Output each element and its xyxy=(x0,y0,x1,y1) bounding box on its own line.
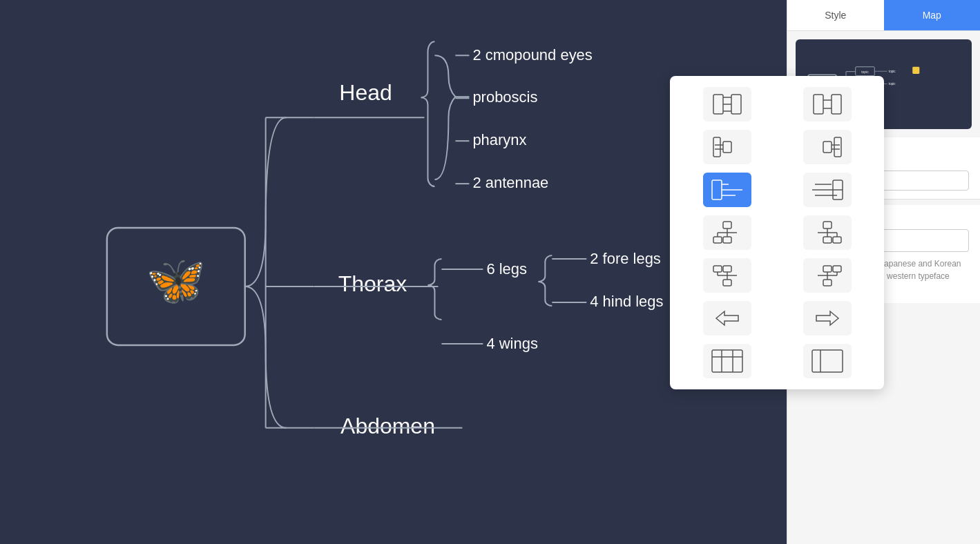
abdomen-label: Abdomen xyxy=(340,414,435,438)
layout-btn-tree-down-left[interactable] xyxy=(703,215,751,250)
mindmap-svg: 🦋 Head 2 cmopound eyes proboscis pharynx… xyxy=(0,0,787,544)
hind-legs-label: 4 hind legs xyxy=(590,293,663,310)
svg-rect-47 xyxy=(731,95,741,114)
wings-label: 4 wings xyxy=(486,335,538,352)
right-panel: Style Map Main Topic topic topic xyxy=(787,0,980,544)
layout-btn-branch-both-alt[interactable] xyxy=(803,87,852,122)
layout-btn-table[interactable] xyxy=(703,344,751,378)
svg-rect-56 xyxy=(823,142,832,153)
layout-btn-arrow-right[interactable] xyxy=(803,301,852,336)
svg-rect-74 xyxy=(723,237,731,243)
svg-rect-43 xyxy=(713,95,723,114)
svg-rect-73 xyxy=(713,237,722,243)
svg-rect-83 xyxy=(723,266,731,272)
svg-rect-48 xyxy=(814,95,823,114)
svg-text:🦋: 🦋 xyxy=(146,252,206,309)
fore-legs-label: 2 fore legs xyxy=(590,250,661,267)
layout-btn-list-right-compact[interactable] xyxy=(803,173,852,207)
head-label: Head xyxy=(339,80,392,105)
layout-btn-arrow-left[interactable] xyxy=(703,301,751,336)
layout-btn-tree-up-right[interactable] xyxy=(803,258,852,293)
svg-rect-80 xyxy=(823,237,832,243)
layout-btn-list-left-expand[interactable] xyxy=(703,173,751,207)
layout-btn-tree-down-right[interactable] xyxy=(803,215,852,250)
proboscis-label: proboscis xyxy=(472,88,537,106)
svg-rect-52 xyxy=(723,142,731,153)
panel-tabs: Style Map xyxy=(787,0,980,31)
layout-btn-sidebar-layout[interactable] xyxy=(803,344,852,378)
svg-rect-60 xyxy=(712,180,722,200)
layout-btn-tree-up-left[interactable] xyxy=(703,258,751,293)
svg-rect-99 xyxy=(712,350,742,372)
eyes-label: 2 cmopound eyes xyxy=(472,46,592,64)
svg-marker-98 xyxy=(816,311,838,325)
svg-text:topic: topic xyxy=(888,82,895,86)
canvas-area[interactable]: 🦋 Head 2 cmopound eyes proboscis pharynx… xyxy=(0,0,787,544)
svg-marker-96 xyxy=(716,311,738,325)
antennae-label: 2 antennae xyxy=(472,174,548,191)
legs-label: 6 legs xyxy=(486,260,527,278)
tab-map[interactable]: Map xyxy=(884,0,981,30)
layout-btn-branch-both[interactable] xyxy=(703,87,751,122)
svg-rect-55 xyxy=(713,137,720,157)
svg-rect-51 xyxy=(832,95,841,114)
layout-popup xyxy=(670,76,884,389)
thorax-label: Thorax xyxy=(338,271,407,296)
svg-rect-68 xyxy=(723,222,731,229)
tab-style[interactable]: Style xyxy=(787,0,884,30)
svg-rect-90 xyxy=(833,266,841,272)
pharynx-label: pharynx xyxy=(472,131,526,148)
layout-btn-branch-left[interactable] xyxy=(703,130,751,164)
svg-rect-95 xyxy=(823,280,832,286)
layout-btn-branch-right[interactable] xyxy=(803,130,852,164)
svg-rect-103 xyxy=(812,350,843,372)
svg-rect-89 xyxy=(823,266,832,272)
svg-rect-59 xyxy=(834,137,841,157)
svg-rect-81 xyxy=(833,237,841,243)
svg-text:topic: topic xyxy=(888,70,895,73)
svg-rect-82 xyxy=(713,266,722,272)
svg-rect-75 xyxy=(823,222,832,229)
svg-text:topic: topic xyxy=(861,70,869,74)
svg-rect-88 xyxy=(723,280,731,286)
svg-rect-36 xyxy=(912,67,919,74)
